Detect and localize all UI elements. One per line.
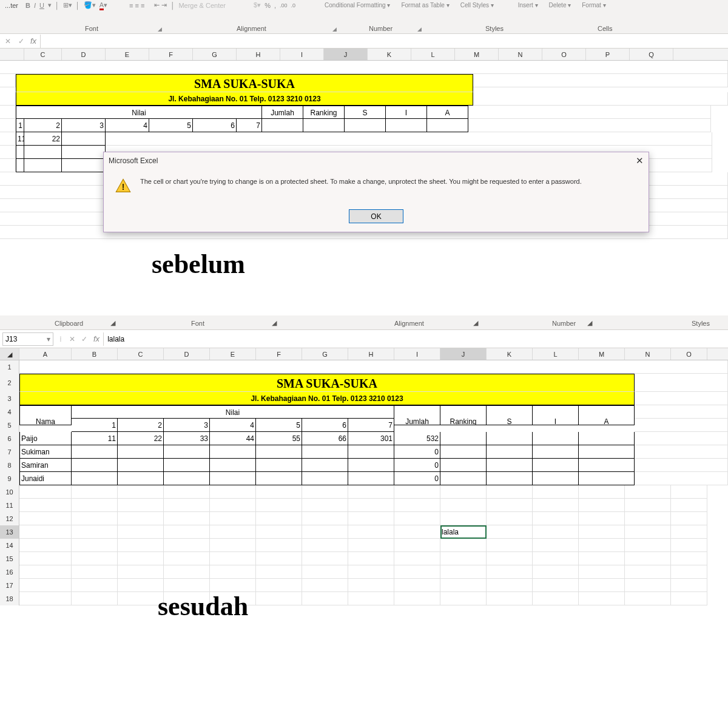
cell[interactable] bbox=[118, 552, 164, 565]
insert-cells-button[interactable]: Insert ▾ bbox=[514, 2, 542, 8]
cell[interactable]: 4 bbox=[106, 119, 149, 132]
cell[interactable] bbox=[72, 485, 118, 499]
cell[interactable] bbox=[625, 565, 671, 579]
cell[interactable]: 301 bbox=[348, 432, 394, 445]
cell[interactable] bbox=[302, 445, 348, 459]
cell[interactable] bbox=[164, 525, 210, 539]
cell[interactable] bbox=[210, 472, 256, 485]
cell[interactable] bbox=[164, 485, 210, 499]
formula-input[interactable] bbox=[103, 332, 728, 346]
cell[interactable] bbox=[256, 525, 302, 539]
row-hdr[interactable]: 12 bbox=[0, 512, 19, 525]
cell[interactable]: 11 bbox=[72, 432, 118, 445]
cell[interactable] bbox=[72, 472, 118, 485]
cell[interactable] bbox=[487, 485, 533, 499]
col-hdr[interactable]: B bbox=[72, 348, 118, 360]
cell[interactable] bbox=[302, 592, 348, 605]
cell[interactable] bbox=[625, 592, 671, 605]
cell[interactable] bbox=[533, 432, 579, 445]
cell[interactable] bbox=[348, 445, 394, 459]
cell[interactable] bbox=[440, 592, 487, 605]
student-name[interactable]: Sukiman bbox=[19, 445, 72, 459]
cell[interactable]: 11 bbox=[16, 132, 24, 146]
cell[interactable] bbox=[302, 565, 348, 579]
cell[interactable] bbox=[487, 552, 533, 565]
cell[interactable] bbox=[118, 472, 164, 485]
cell[interactable] bbox=[256, 445, 302, 459]
cell[interactable] bbox=[348, 485, 394, 499]
cell[interactable]: 22 bbox=[24, 132, 62, 146]
row-hdr[interactable]: 17 bbox=[0, 579, 19, 592]
cell[interactable] bbox=[164, 512, 210, 525]
grid-top[interactable]: SMA SUKA-SUKA Jl. Kebahagiaan No. 01 Tel… bbox=[0, 61, 728, 291]
cell[interactable] bbox=[210, 525, 256, 539]
cell[interactable] bbox=[256, 539, 302, 552]
cell[interactable]: 44 bbox=[210, 432, 256, 445]
cell[interactable]: 6 bbox=[193, 119, 237, 132]
cell[interactable] bbox=[440, 552, 487, 565]
cell[interactable] bbox=[72, 592, 118, 605]
cell[interactable] bbox=[533, 459, 579, 472]
col-hdr[interactable]: O bbox=[671, 348, 707, 360]
format-as-table-button[interactable]: Format as Table ▾ bbox=[397, 2, 453, 8]
close-icon[interactable]: ✕ bbox=[636, 152, 644, 169]
col-hdr[interactable]: E bbox=[210, 348, 256, 360]
font-color-icon[interactable]: A▾ bbox=[99, 1, 107, 9]
cell[interactable] bbox=[671, 512, 707, 525]
cell[interactable] bbox=[210, 579, 256, 592]
cell[interactable] bbox=[533, 445, 579, 459]
row-hdr[interactable]: 4 bbox=[0, 405, 19, 419]
cell[interactable] bbox=[19, 512, 72, 525]
cell[interactable] bbox=[394, 552, 440, 565]
cell[interactable] bbox=[533, 565, 579, 579]
border-icon[interactable]: ⊞▾ bbox=[63, 1, 72, 9]
row-hdr[interactable]: 1 bbox=[0, 360, 19, 374]
cell[interactable] bbox=[533, 512, 579, 525]
cell[interactable]: 33 bbox=[164, 432, 210, 445]
inc-decimal-icon[interactable]: .00 bbox=[280, 2, 288, 8]
cell[interactable] bbox=[72, 445, 118, 459]
enter-icon[interactable]: ✓ bbox=[16, 37, 27, 46]
cell[interactable] bbox=[394, 592, 440, 605]
cell[interactable] bbox=[625, 499, 671, 512]
cell[interactable] bbox=[487, 459, 533, 472]
cell[interactable] bbox=[440, 565, 487, 579]
col-hdr[interactable]: H bbox=[237, 49, 280, 60]
cell[interactable] bbox=[19, 485, 72, 499]
col-hdr[interactable]: D bbox=[164, 348, 210, 360]
jumlah-cell[interactable]: 532 bbox=[394, 432, 440, 445]
cell[interactable]: 5 bbox=[256, 419, 302, 432]
col-hdr[interactable]: J bbox=[440, 348, 487, 360]
cell[interactable] bbox=[118, 512, 164, 525]
fill-color-icon[interactable]: 🪣▾ bbox=[84, 1, 96, 9]
cell[interactable] bbox=[440, 512, 487, 525]
cell[interactable] bbox=[72, 565, 118, 579]
cell[interactable] bbox=[440, 579, 487, 592]
cell[interactable] bbox=[671, 485, 707, 499]
cell[interactable] bbox=[256, 459, 302, 472]
cell[interactable] bbox=[625, 485, 671, 499]
cell[interactable] bbox=[394, 539, 440, 552]
row-hdr[interactable]: 15 bbox=[0, 552, 19, 565]
cell[interactable]: 3 bbox=[164, 419, 210, 432]
cell[interactable] bbox=[348, 539, 394, 552]
comma-icon[interactable]: , bbox=[274, 2, 276, 9]
row-hdr[interactable]: 6 bbox=[0, 432, 19, 445]
cell[interactable] bbox=[487, 579, 533, 592]
cell[interactable] bbox=[487, 592, 533, 605]
cell[interactable] bbox=[118, 485, 164, 499]
enter-icon[interactable]: ✓ bbox=[79, 335, 90, 343]
cell[interactable] bbox=[210, 485, 256, 499]
format-cells-button[interactable]: Format ▾ bbox=[578, 2, 609, 8]
cell[interactable] bbox=[579, 539, 625, 552]
cell[interactable] bbox=[579, 525, 625, 539]
cell[interactable] bbox=[348, 565, 394, 579]
cell[interactable] bbox=[256, 472, 302, 485]
col-hdr[interactable]: Q bbox=[630, 49, 673, 60]
col-hdr[interactable]: F bbox=[149, 49, 193, 60]
col-hdr[interactable]: N bbox=[625, 348, 671, 360]
cell[interactable] bbox=[394, 525, 440, 539]
cell[interactable] bbox=[210, 552, 256, 565]
cell[interactable] bbox=[394, 565, 440, 579]
cell[interactable] bbox=[210, 459, 256, 472]
